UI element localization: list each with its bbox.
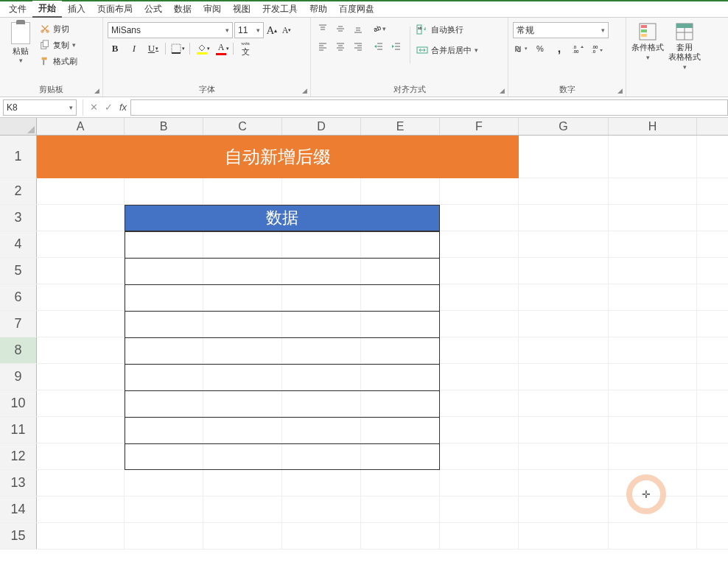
paste-button[interactable]: 粘贴 ▾ xyxy=(4,19,37,64)
row-header-7[interactable]: 7 xyxy=(0,311,37,337)
percent-button[interactable]: % xyxy=(532,41,548,56)
row-header-5[interactable]: 5 xyxy=(0,258,37,284)
data-row[interactable] xyxy=(125,338,439,365)
decrease-indent-button[interactable] xyxy=(371,40,386,53)
align-middle-button[interactable] xyxy=(333,22,348,35)
menu-review[interactable]: 审阅 xyxy=(197,1,227,17)
format-as-table-button[interactable]: 套用表格格式 ▾ xyxy=(668,22,701,72)
data-row[interactable] xyxy=(125,365,439,391)
title-banner[interactable]: 自动新增后缀 xyxy=(37,136,519,178)
col-header-D[interactable]: D xyxy=(282,118,361,135)
italic-button[interactable]: I xyxy=(127,41,141,56)
currency-button[interactable]: ₪▾ xyxy=(513,41,529,56)
row-header-10[interactable]: 10 xyxy=(0,390,37,416)
row-header-4[interactable]: 4 xyxy=(0,231,37,257)
border-button[interactable]: ▾ xyxy=(170,41,185,56)
font-size-select[interactable]: 11 ▾ xyxy=(234,22,264,38)
fill-color-button[interactable]: ▾ xyxy=(195,41,209,56)
decrease-decimal-button[interactable]: .00.0 xyxy=(589,41,606,56)
wrap-text-button[interactable]: ab 自动换行 xyxy=(416,22,478,37)
font-color-button[interactable]: A ▾ xyxy=(214,41,228,56)
table-format-label: 套用表格格式 ▾ xyxy=(668,43,701,72)
font-launcher[interactable]: ◢ xyxy=(300,86,309,95)
fx-button[interactable]: fx xyxy=(116,100,130,115)
menu-pagelayout[interactable]: 页面布局 xyxy=(91,1,139,17)
underline-button[interactable]: U▾ xyxy=(146,41,161,56)
bold-button[interactable]: B xyxy=(108,41,122,56)
row-header-9[interactable]: 9 xyxy=(0,364,37,390)
row-header-1[interactable]: 1 xyxy=(0,136,37,178)
comma-button[interactable]: , xyxy=(551,41,567,56)
menu-insert[interactable]: 插入 xyxy=(62,1,91,17)
row-header-8[interactable]: 8 xyxy=(0,337,37,363)
data-row[interactable] xyxy=(125,418,439,444)
row-header-11[interactable]: 11 xyxy=(0,417,37,443)
decrease-font-button[interactable]: A▾ xyxy=(280,23,293,38)
row-header-14[interactable]: 14 xyxy=(0,496,37,522)
phonetic-button[interactable]: wén文 xyxy=(238,41,253,56)
row-header-2[interactable]: 2 xyxy=(0,178,37,204)
increase-indent-button[interactable] xyxy=(389,40,404,53)
menu-home[interactable]: 开始 xyxy=(32,1,62,18)
data-row[interactable] xyxy=(125,312,439,338)
font-group-label: 字体 xyxy=(108,83,306,95)
menu-devtools[interactable]: 开发工具 xyxy=(256,1,304,17)
copy-button[interactable]: 复制 ▾ xyxy=(40,38,77,52)
menu-file[interactable]: 文件 xyxy=(3,1,32,17)
formula-input[interactable] xyxy=(130,99,728,116)
row-header-15[interactable]: 15 xyxy=(0,523,37,549)
align-bottom-button[interactable] xyxy=(351,22,365,35)
increase-font-button[interactable]: A▴ xyxy=(265,23,279,38)
cancel-formula-button[interactable]: ✕ xyxy=(86,100,101,115)
orientation-button[interactable]: ab▾ xyxy=(371,22,386,35)
menu-formula[interactable]: 公式 xyxy=(139,1,168,17)
menu-baidu[interactable]: 百度网盘 xyxy=(333,1,380,17)
font-name-select[interactable]: MiSans ▾ xyxy=(108,22,233,38)
spreadsheet-grid: ABCDEFGH 123456789101112131415自动新增后缀数据 xyxy=(0,118,728,550)
alignment-launcher[interactable]: ◢ xyxy=(497,86,506,95)
cut-button[interactable]: 剪切 xyxy=(40,22,77,35)
clipboard-launcher[interactable]: ◢ xyxy=(92,86,101,95)
menu-view[interactable]: 视图 xyxy=(227,1,256,17)
chevron-down-icon: ▾ xyxy=(226,46,229,52)
align-top-button[interactable] xyxy=(315,22,330,35)
increase-decimal-button[interactable]: .0.00 xyxy=(570,41,587,56)
col-header-E[interactable]: E xyxy=(361,118,440,135)
row-header-3[interactable]: 3 xyxy=(0,205,37,231)
data-row[interactable] xyxy=(125,259,439,285)
col-header-H[interactable]: H xyxy=(609,118,697,135)
confirm-formula-button[interactable]: ✓ xyxy=(101,100,116,115)
scissors-icon xyxy=(40,24,50,34)
chevron-down-icon: ▾ xyxy=(525,46,528,52)
row-header-12[interactable]: 12 xyxy=(0,443,37,469)
align-center-button[interactable] xyxy=(333,40,348,53)
col-header-F[interactable]: F xyxy=(440,118,519,135)
col-header-G[interactable]: G xyxy=(519,118,609,135)
row-header-6[interactable]: 6 xyxy=(0,284,37,310)
menu-help[interactable]: 帮助 xyxy=(304,1,333,17)
chevron-down-icon: ▾ xyxy=(19,57,23,64)
col-header-A[interactable]: A xyxy=(37,118,125,135)
number-launcher[interactable]: ◢ xyxy=(615,86,624,95)
align-right-button[interactable] xyxy=(351,40,365,53)
align-left-button[interactable] xyxy=(315,40,330,53)
data-row[interactable] xyxy=(125,285,439,312)
name-box[interactable]: K8 ▾ xyxy=(3,99,77,116)
number-format-select[interactable]: 常规 ▾ xyxy=(513,22,609,38)
col-header-C[interactable]: C xyxy=(203,118,282,135)
dec-dec-icon: .00.0 xyxy=(592,43,603,54)
conditional-format-button[interactable]: 条件格式▾ xyxy=(631,22,665,62)
menu-data[interactable]: 数据 xyxy=(168,1,197,17)
data-row[interactable] xyxy=(125,391,439,418)
row-header-13[interactable]: 13 xyxy=(0,470,37,496)
svg-text:.00: .00 xyxy=(573,49,579,54)
format-painter-button[interactable]: 格式刷 xyxy=(40,55,77,68)
data-table-header[interactable]: 数据 xyxy=(125,205,440,231)
svg-text:ab: ab xyxy=(372,24,382,34)
col-header-B[interactable]: B xyxy=(125,118,203,135)
merge-center-button[interactable]: 合并后居中 ▾ xyxy=(416,43,478,57)
data-row[interactable] xyxy=(125,444,439,471)
data-row[interactable] xyxy=(125,232,439,259)
copy-icon xyxy=(40,40,50,50)
select-all-button[interactable] xyxy=(0,118,37,135)
